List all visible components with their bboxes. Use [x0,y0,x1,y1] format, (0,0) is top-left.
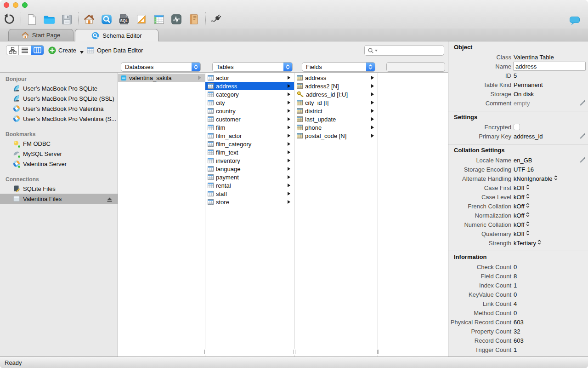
data-editor-button[interactable] [153,13,165,25]
edit-pencil-icon[interactable] [579,100,585,108]
save-button[interactable] [61,13,73,25]
home-button[interactable] [83,13,95,25]
sidebar-item[interactable]: MySQL Server [0,149,118,159]
sidebar-item[interactable]: FM ODBC [0,138,118,149]
inspector-value[interactable]: kTertiary [511,239,541,247]
inspector-value[interactable]: kOff [511,193,530,201]
sidebar-item[interactable]: SQLite Files [0,184,118,194]
search-input[interactable] [364,45,444,56]
inspector-row: Table KindPermanent [448,80,588,89]
schema-editor-button[interactable] [101,13,113,25]
section-separator [448,251,588,251]
minimize-button[interactable] [13,2,18,8]
connect-button[interactable] [210,13,222,25]
diagram-editor-button[interactable] [136,13,147,25]
column-view-button[interactable] [31,46,44,55]
undo-icon [3,13,15,25]
zoom-button[interactable] [22,2,28,8]
close-button[interactable] [4,2,9,8]
inspector-label: Storage Encoding [448,166,511,173]
list-item[interactable]: country [205,107,294,115]
disclosure-arrow-icon [198,75,201,80]
server-admin-button[interactable] [170,13,182,25]
list-item[interactable]: customer [205,115,294,123]
databases-popup[interactable]: Databases [121,62,201,72]
sidebar-item[interactable]: User’s MacBook Pro SQLite [0,83,118,93]
inspector-value[interactable]: kNonIgnorable [511,175,558,182]
inspector-value: 5 [511,72,517,79]
list-item[interactable]: rental [205,181,294,190]
list-item[interactable]: film [205,123,294,132]
new-document-button[interactable] [26,13,38,25]
feedback-bubble-button[interactable] [569,14,581,26]
open-folder-icon [43,14,56,25]
open-data-editor-button[interactable]: Open Data Editor [87,45,143,56]
list-item[interactable]: language [205,165,294,173]
report-editor-button[interactable] [188,13,200,25]
list-item[interactable]: film_category [205,140,294,148]
inspector-value[interactable]: kOff [511,230,530,237]
list-item[interactable]: address2 [N] [294,82,378,90]
tables-popup[interactable]: Tables [212,62,293,72]
sidebar-item[interactable]: Valentina Server [0,159,118,169]
list-view-button[interactable] [19,46,31,55]
field-icon [297,108,303,114]
inspector-value[interactable]: kOff [511,212,530,219]
list-item[interactable]: address [294,74,378,82]
sidebar-item[interactable]: Valentina Files [0,194,118,204]
inspector-value[interactable]: kOff [511,221,530,228]
inspector-value: 32 [511,328,520,335]
empty-popup[interactable] [386,62,445,72]
list-item[interactable]: district [294,107,378,115]
sidebar-item[interactable]: User’s MacBook Pro SQLite (SSL) [0,93,118,104]
inspector-row: Property Count32 [448,327,588,336]
sidebar-item-label: Valentina Server [23,161,118,167]
list-item[interactable]: postal_code [N] [294,132,378,140]
name-input[interactable] [513,62,586,71]
list-item[interactable]: last_update [294,115,378,123]
eject-icon[interactable] [107,196,112,203]
sidebar-item[interactable]: User’s MacBook Pro Valentina [0,104,118,114]
column-resize-handle[interactable] [292,349,296,355]
column-resize-handle[interactable] [203,349,207,355]
list-item[interactable]: address_id [I:U] [294,90,378,98]
list-item[interactable]: category [205,90,294,98]
encrypted-checkbox[interactable] [514,124,520,130]
popup-chevrons-icon [283,63,292,71]
tree-view-button[interactable] [6,46,19,55]
tab-start-page[interactable]: Start Page [8,29,74,41]
table-icon [208,125,214,130]
inspector-section-title: Collation Settings [448,147,588,154]
fields-popup[interactable]: Fields [302,62,375,72]
create-button[interactable]: Create [48,45,84,56]
disclosure-arrow-icon [288,101,290,104]
sidebar-item-label: User’s MacBook Pro SQLite (SSL) [23,95,118,102]
inspector-value[interactable]: kOff [511,184,530,191]
column-resize-handle[interactable] [376,349,380,355]
sidebar-item[interactable]: User’s MacBook Pro Valentina (S... [0,114,118,124]
undo-button[interactable] [3,13,15,25]
search-options-caret[interactable] [375,50,378,52]
list-item[interactable]: city_id [I] [294,98,378,107]
list-item[interactable]: valentina_sakila [118,74,205,82]
list-item[interactable]: store [205,198,294,206]
list-item[interactable]: payment [205,173,294,181]
inspector-section: Collation SettingsLocale Nameen_GBStorag… [448,147,588,247]
list-item[interactable]: film_actor [205,132,294,140]
list-item[interactable]: city [205,98,294,107]
open-folder-button[interactable] [43,13,55,25]
edit-pencil-icon[interactable] [579,133,585,141]
list-item[interactable]: phone [294,123,378,132]
list-item[interactable]: actor [205,74,294,82]
sql-editor-button[interactable]: SQL [118,13,130,25]
disclosure-arrow-icon [288,134,290,138]
list-item[interactable]: inventory [205,156,294,165]
list-item[interactable]: film_text [205,148,294,156]
edit-pencil-icon[interactable] [579,157,585,165]
tab-schema-editor[interactable]: Schema Editor [75,29,158,41]
list-item[interactable]: staff [205,190,294,198]
disclosure-arrow-icon [288,142,290,146]
inspector-value[interactable]: kOff [511,202,530,210]
create-dropdown-caret[interactable] [80,51,84,54]
list-item[interactable]: address [205,82,294,90]
